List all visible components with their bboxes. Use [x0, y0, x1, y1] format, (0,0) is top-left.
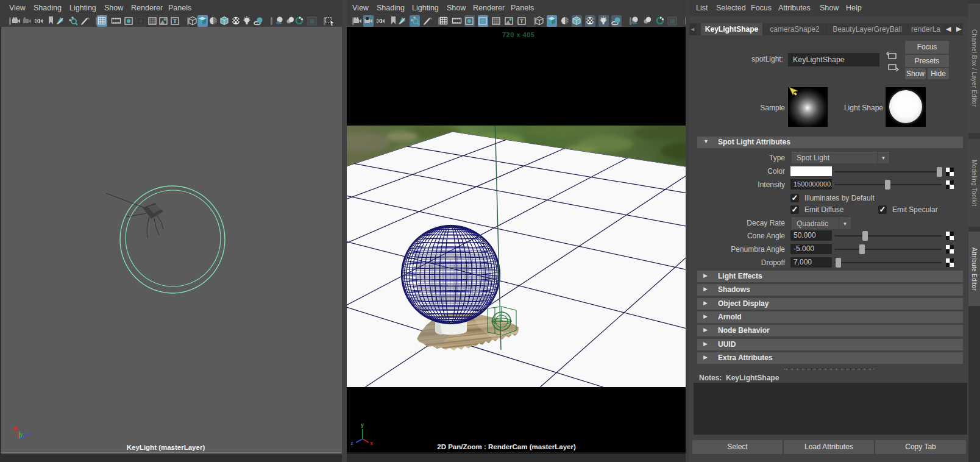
svg-text:y: y — [20, 432, 23, 438]
svg-text:KeyLight (masterLayer): KeyLight (masterLayer) — [127, 444, 205, 451]
svg-text:y: y — [361, 422, 364, 428]
svg-text:x: x — [370, 440, 373, 446]
svg-text:z: z — [350, 440, 353, 446]
svg-text:z: z — [29, 429, 32, 435]
svg-text:T: T — [520, 18, 524, 24]
svg-text:T: T — [173, 18, 177, 24]
svg-text:2D Pan/Zoom : RenderCam (maste: 2D Pan/Zoom : RenderCam (masterLayer) — [437, 443, 576, 450]
